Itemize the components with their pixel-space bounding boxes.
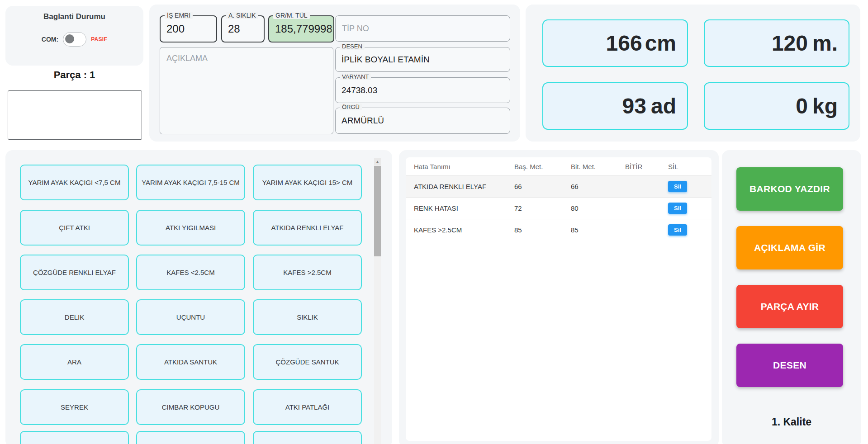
parca-display-box [8,90,142,140]
is-emri-label: İŞ EMRI [165,12,193,19]
width-value: 166 [606,31,642,56]
barkod-yazdir-button[interactable]: BARKOD YAZDIR [736,167,843,211]
defect-grid-panel: YARIM AYAK KAÇIGI <7,5 CMYARIM AYAK KAÇI… [5,150,392,444]
defect-button[interactable]: YARIM AYAK KAÇIGI 15> CM [253,165,362,200]
defect-button[interactable]: ÇÖZGÜDE SANTUK [253,344,362,380]
cell-bit-met: 85 [571,226,625,234]
table-row: RENK HATASI7280Sil [406,197,711,219]
defect-button[interactable] [253,431,362,444]
defect-table-card: Hata Tanımı Baş. Met. Bit. Met. BİTİR Sİ… [406,157,711,441]
metrics-panel: 166 cm 120 m. 93 ad 0 kg [526,5,860,142]
is-emri-value: 200 [166,23,214,35]
is-emri-field[interactable]: İŞ EMRI 200 [160,15,217,43]
defect-button[interactable]: UÇUNTU [136,299,245,335]
defect-button[interactable] [136,431,245,444]
actions-panel: BARKOD YAZDIR AÇIKLAMA GİR PARÇA AYIR DE… [722,150,861,444]
kalite-label: 1. Kalite [722,416,861,428]
defect-button[interactable]: YARIM AYAK KAÇIGI 7,5-15 CM [136,165,245,200]
desen-button[interactable]: DESEN [736,344,843,387]
header-sil: SİL [668,163,711,170]
defect-button[interactable]: ATKI PATLAĞI [253,389,362,425]
com-toggle[interactable] [63,32,86,47]
defect-button[interactable]: ARA [20,344,129,380]
tip-no-placeholder: TİP NO [342,24,369,33]
desen-label: DESEN [340,43,365,50]
sil-button[interactable]: Sil [668,203,687,214]
defect-button[interactable]: CIMBAR KOPUGU [136,389,245,425]
cell-sil: Sil [668,181,711,192]
varyant-value: 24738.03 [342,85,508,95]
defect-button[interactable]: ÇÖZGÜDE RENKLI ELYAF [20,255,129,290]
defect-button[interactable]: KAFES <2.5CM [136,255,245,290]
header-bit-met: Bit. Met. [571,163,625,170]
header-hata-tanimi: Hata Tanımı [406,163,514,170]
a-siklik-value: 28 [228,23,262,35]
table-header-row: Hata Tanımı Baş. Met. Bit. Met. BİTİR Sİ… [406,157,711,175]
table-row: ATKIDA RENKLI ELYAF6666Sil [406,175,711,197]
cell-bit-met: 66 [571,183,625,190]
desen-field[interactable]: DESEN İPLİK BOYALI ETAMİN [335,47,510,72]
table-row: KAFES >2.5CM8585Sil [406,219,711,241]
com-status-badge: PASIF [91,36,107,43]
header-bitir: BİTİR [625,163,668,170]
desen-value: İPLİK BOYALI ETAMİN [342,55,508,65]
count-unit: ad [651,94,676,118]
connection-panel: Baglanti Durumu COM: PASIF [5,6,143,66]
cell-hata-tanimi: ATKIDA RENKLI ELYAF [406,183,514,190]
length-value: 120 [772,31,808,56]
scroll-up-icon[interactable]: ▲ [374,158,381,165]
com-toggle-knob [65,34,74,43]
cell-bas-met: 85 [514,226,571,234]
sil-button[interactable]: Sil [668,181,687,192]
gr-m-tul-field[interactable]: GR/M. TÜL 185,7799987 [268,15,334,43]
count-value: 93 [622,94,646,118]
weight-metric: 0 kg [704,82,849,130]
defect-button[interactable]: ATKI YIGILMASI [136,210,245,246]
cell-hata-tanimi: RENK HATASI [406,204,514,212]
cell-hata-tanimi: KAFES >2.5CM [406,226,514,234]
width-unit: cm [645,31,676,56]
aciklama-placeholder: AÇIKLAMA [166,54,208,63]
orgu-value: ARMÜRLÜ [342,116,508,126]
aciklama-textarea[interactable]: AÇIKLAMA [160,47,333,134]
com-row: COM: PASIF [5,32,143,47]
a-siklik-label: A. SIKLIK [226,12,258,19]
defect-button[interactable]: ÇIFT ATKI [20,210,129,246]
defect-button[interactable] [20,431,129,444]
tip-no-field[interactable]: TİP NO [335,15,510,42]
weight-value: 0 [796,94,808,118]
defect-table-panel: Hata Tanımı Baş. Met. Bit. Met. BİTİR Sİ… [399,150,719,444]
varyant-label: VARYANT [340,73,371,80]
aciklama-gir-button[interactable]: AÇIKLAMA GİR [736,226,843,269]
sil-button[interactable]: Sil [668,224,687,236]
defect-button[interactable]: ATKIDA RENKLI ELYAF [253,210,362,246]
a-siklik-field[interactable]: A. SIKLIK 28 [221,15,265,43]
parca-ayir-button[interactable]: PARÇA AYIR [736,285,843,328]
weight-unit: kg [812,94,838,118]
width-metric: 166 cm [542,19,688,67]
gr-m-tul-value: 185,7799987 [275,23,332,35]
header-bas-met: Baş. Met. [514,163,571,170]
gr-m-tul-label: GR/M. TÜL [273,12,310,19]
orgu-label: ÖRGÜ [340,104,362,110]
orgu-field[interactable]: ÖRGÜ ARMÜRLÜ [335,108,510,134]
cell-sil: Sil [668,224,711,236]
defect-button[interactable]: DELIK [20,299,129,335]
defect-button[interactable]: SEYREK [20,389,129,425]
defect-scrollbar[interactable]: ▲ [374,158,381,444]
length-unit: m. [812,31,838,56]
defect-button[interactable]: ATKIDA SANTUK [136,344,245,380]
com-label: COM: [42,36,58,43]
count-metric: 93 ad [542,82,688,130]
table-body: ATKIDA RENKLI ELYAF6666SilRENK HATASI728… [406,175,711,241]
connection-title: Baglanti Durumu [5,12,143,21]
defect-button[interactable]: YARIM AYAK KAÇIGI <7,5 CM [20,165,129,200]
cell-sil: Sil [668,203,711,214]
varyant-field[interactable]: VARYANT 24738.03 [335,77,510,103]
scrollbar-thumb[interactable] [374,166,381,256]
cell-bas-met: 66 [514,183,571,190]
cell-bit-met: 80 [571,204,625,212]
defect-button[interactable]: KAFES >2.5CM [253,255,362,290]
parca-count-label: Parça : 1 [5,69,143,81]
defect-button[interactable]: SIKLIK [253,299,362,335]
